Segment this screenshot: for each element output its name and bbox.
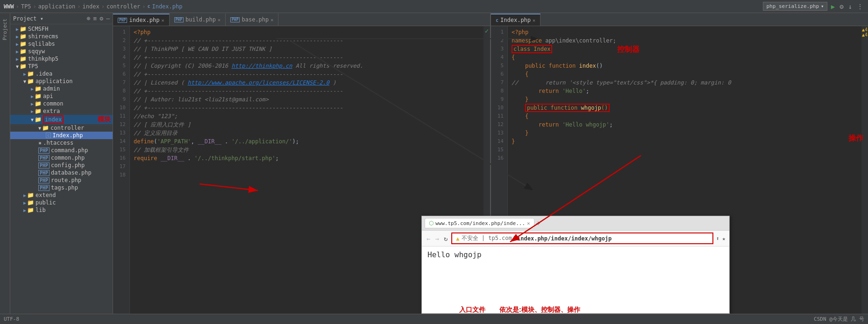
folder-icon: 📁 (20, 41, 27, 47)
sidebar-label: shirnecms (28, 33, 58, 40)
sidebar-item-commonphp[interactable]: PHP common.php (10, 154, 113, 162)
sidebar-header: Project ▾ ⊕ ≡ ⚙ — (10, 13, 113, 24)
file-dropdown[interactable]: php_serialize.php ▾ (763, 2, 827, 11)
sidebar-label: .htaccess (43, 140, 73, 146)
tab-index-php[interactable]: PHP index.php ✕ (113, 14, 170, 26)
arrow-icon: ▼ (23, 79, 26, 84)
project-strip[interactable]: Project (0, 13, 10, 314)
sidebar-label: TP5 (28, 63, 38, 70)
breadcrumb-file[interactable]: Index.php (152, 3, 182, 10)
sequence-label: 依次是:模块、控制器、操作 (499, 306, 580, 314)
browser-nav: ← → ↻ ▲ 不安全 | tp5.com/ index.php/index/i… (422, 231, 729, 247)
sidebar-item-sqqyw[interactable]: ▶ 📁 sqqyw (10, 48, 113, 55)
address-bar[interactable]: ▲ 不安全 | tp5.com/ index.php/index/index/w… (451, 232, 713, 244)
arrow-icon: ▶ (16, 27, 19, 32)
sidebar-item-api[interactable]: ▶ 📁 api (10, 92, 113, 100)
play-button[interactable]: ▶ (830, 2, 836, 11)
breadcrumb-www[interactable]: WWW (4, 3, 14, 10)
browser-tab-bar: ⬡ www.tp5.com/index.php/inde... ✕ + (422, 216, 729, 231)
top-bar: WWW › TP5 › application › index › contro… (0, 0, 868, 13)
editor-area: PHP index.php ✕ PHP build.php ✕ PHP (113, 13, 868, 314)
browser-tab-close[interactable]: ✕ (527, 220, 530, 226)
folder-icon: 📁 (35, 116, 42, 123)
download-button[interactable]: ↓ (847, 2, 853, 11)
tab-build-php[interactable]: PHP build.php ✕ (170, 14, 226, 26)
gear-button[interactable]: ⚙ (839, 2, 844, 11)
breadcrumb-index[interactable]: index (83, 3, 100, 10)
new-tab-button[interactable]: + (536, 219, 540, 227)
sidebar-label: tags.php (51, 184, 78, 191)
breadcrumb-controller[interactable]: controller (107, 3, 140, 10)
settings-button[interactable]: ⋮ (856, 2, 864, 11)
share-icon[interactable]: ⬆ (716, 235, 719, 242)
folder-icon: 📁 (35, 108, 42, 114)
url-path: index.php/index/index/whgojp (517, 235, 612, 242)
forward-button[interactable]: → (434, 234, 440, 243)
sidebar-item-tagsphp[interactable]: PHP tags.php (10, 184, 113, 191)
sidebar-label: Index.php (52, 132, 83, 139)
sidebar-item-htaccess[interactable]: ▪ .htaccess (10, 139, 113, 147)
status-bar: UTF-8 CSDN @今天是 几 号 (0, 314, 868, 324)
sidebar-item-sqlilabs[interactable]: ▶ 📁 sqlilabs (10, 40, 113, 48)
sidebar-item-routephp[interactable]: PHP route.php (10, 176, 113, 184)
sidebar-item-common[interactable]: ▶ 📁 common (10, 100, 113, 107)
arrow-icon: ▼ (16, 64, 19, 69)
folder-icon: 📁 (35, 93, 42, 99)
sidebar-item-databasephp[interactable]: PHP database.php (10, 169, 113, 176)
sidebar-item-extra[interactable]: ▶ 📁 extra (10, 107, 113, 115)
sidebar-item-application[interactable]: ▼ 📁 application (10, 77, 113, 85)
sidebar-item-configphp[interactable]: PHP config.php (10, 162, 113, 169)
tab-close[interactable]: ✕ (533, 18, 535, 23)
settings-icon[interactable]: ⚙ (100, 15, 103, 22)
warn-badge-4b: ▲4 (862, 32, 868, 37)
sidebar-title: Project ▾ (13, 15, 84, 22)
sidebar-label: database.php (51, 169, 92, 176)
sidebar-item-shirnecms[interactable]: ▶ 📁 shirnecms (10, 33, 113, 40)
sidebar-label: route.php (51, 177, 81, 183)
tab-close[interactable]: ✕ (270, 17, 273, 22)
sidebar-label: api (43, 93, 53, 99)
sidebar-item-admin[interactable]: ▶ 📁 admin (10, 85, 113, 92)
sidebar-item-index[interactable]: ▼ 📁 index 模块 (10, 115, 113, 124)
sidebar-item-extend[interactable]: ▶ 📁 extend (10, 191, 113, 199)
tab-close[interactable]: ✕ (161, 18, 164, 23)
bookmark-icon[interactable]: ★ (722, 235, 726, 242)
arrow-icon: ▼ (31, 117, 34, 122)
sidebar-label: admin (43, 85, 60, 92)
browser-tab-label: www.tp5.com/index.php/inde... (435, 220, 525, 226)
back-button[interactable]: ← (426, 234, 431, 243)
breadcrumb-application[interactable]: application (38, 3, 75, 10)
minimize-icon[interactable]: — (106, 15, 110, 22)
sidebar-item-lib[interactable]: ▶ 📁 lib (10, 206, 113, 214)
arrow-icon: ▶ (23, 208, 26, 213)
php-icon: PHP (38, 177, 50, 183)
sidebar-item-idea[interactable]: ▶ 📁 .idea (10, 70, 113, 77)
arrow-icon: ▼ (38, 126, 41, 131)
sidebar-item-commandphp[interactable]: PHP command.php (10, 147, 113, 154)
breadcrumb-tp5[interactable]: TP5 (21, 3, 31, 10)
sidebar-item-controller[interactable]: ▼ 📁 controller (10, 124, 113, 132)
php-icon: PHP (38, 162, 50, 169)
breadcrumb: WWW › TP5 › application › index › contro… (4, 3, 763, 10)
sidebar-label: thinkphp5 (28, 56, 58, 62)
collapse-icon[interactable]: ≡ (93, 15, 97, 22)
sidebar-item-thinkphp5[interactable]: ▶ 📁 thinkphp5 (10, 55, 113, 63)
sidebar-item-indexphp[interactable]: c Index.php (10, 132, 113, 139)
sidebar-label: command.php (51, 147, 88, 154)
locate-icon[interactable]: ⊕ (87, 15, 91, 22)
folder-icon: 📁 (35, 85, 42, 92)
tab-close[interactable]: ✕ (218, 17, 221, 22)
sidebar-item-tp5[interactable]: ▼ 📁 TP5 (10, 63, 113, 70)
refresh-button[interactable]: ↻ (443, 234, 448, 243)
sidebar-label: sqqyw (28, 48, 45, 55)
sidebar-label: extend (36, 192, 56, 198)
tab-base-php[interactable]: PHP base.php ✕ (226, 14, 278, 26)
folder-icon: 📁 (35, 100, 42, 107)
sidebar-label: extra (43, 108, 60, 114)
browser-tab[interactable]: ⬡ www.tp5.com/index.php/inde... ✕ (425, 218, 534, 228)
bottom-annotations: 入口文件 依次是:模块、控制器、操作 (459, 306, 580, 314)
tab-indexphp-right[interactable]: c Index.php ✕ (491, 14, 541, 26)
check-mark: ✓ (485, 27, 489, 35)
sidebar-item-scmsfh[interactable]: ▶ 📁 SCMSFH (10, 25, 113, 33)
sidebar-item-public[interactable]: ▶ 📁 public (10, 199, 113, 206)
